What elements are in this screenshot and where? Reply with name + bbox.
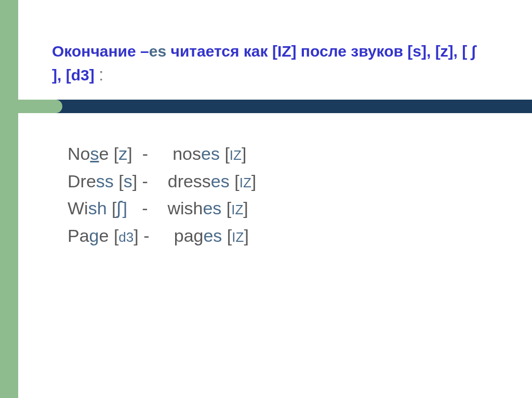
word-highlight: ss — [96, 171, 114, 191]
word-highlight: s — [90, 144, 99, 163]
sound-close: ] — [127, 144, 132, 163]
sound-close: ] — [132, 171, 137, 191]
sound-open: [ — [114, 171, 124, 191]
plural-sound-open: [ — [230, 171, 240, 191]
separator: - — [132, 144, 172, 163]
plural-suffix: es — [211, 171, 230, 191]
word-pre: Wi — [68, 198, 88, 218]
plural-suffix: es — [201, 144, 220, 163]
separator: - — [139, 226, 174, 245]
plural-sound: IZ — [231, 202, 243, 217]
plural-sound-open: [ — [222, 226, 232, 245]
word-post: e — [99, 144, 109, 163]
plural-sound-open: [ — [220, 144, 230, 163]
plural-pre: wish — [167, 198, 203, 218]
sound: s — [124, 171, 132, 191]
sound: d3 — [118, 229, 134, 245]
plural-pre: nos — [172, 144, 201, 163]
sound-close: ] — [134, 226, 138, 245]
sidebar-accent — [0, 0, 18, 398]
content-body: Nose [z] - noses [IZ] Dress [s] - dresse… — [68, 140, 256, 250]
word-pre: Dre — [68, 171, 96, 191]
word-highlight: g — [89, 226, 99, 245]
word-highlight: sh — [88, 198, 107, 218]
sound: z — [118, 144, 127, 163]
separator: - — [127, 198, 167, 218]
sound: ʃ] — [116, 198, 127, 218]
word-pre: Pa — [68, 226, 89, 245]
plural-sound-close: ] — [243, 198, 248, 218]
plural-sound: IZ — [230, 147, 242, 163]
separator: - — [137, 171, 168, 191]
accent-bar-navy — [51, 100, 532, 113]
title-colon: : — [99, 64, 103, 84]
title-es: es — [149, 43, 166, 60]
accent-bar — [0, 100, 532, 113]
title-part1: Окончание — [52, 43, 140, 60]
plural-suffix: es — [203, 198, 221, 218]
word-pre: No — [68, 144, 90, 163]
sound-open: [ — [109, 144, 118, 163]
example-row: Page [d3] - pages [IZ] — [68, 222, 256, 250]
plural-sound-close: ] — [244, 226, 248, 245]
word-post: e — [99, 226, 109, 245]
plural-sound-close: ] — [251, 171, 256, 191]
plural-pre: dress — [168, 171, 211, 191]
example-row: Dress [s] - dresses [IZ] — [68, 168, 256, 195]
title-dash: – — [140, 43, 149, 60]
plural-sound-close: ] — [242, 144, 246, 163]
plural-sound: IZ — [232, 229, 244, 245]
sound-open: [ — [109, 226, 118, 245]
sound-open: [ — [107, 198, 117, 218]
plural-sound-open: [ — [221, 198, 231, 218]
example-row: Nose [z] - noses [IZ] — [68, 140, 256, 168]
slide-title: Окончание –es читается как [IZ] после зв… — [52, 40, 488, 87]
example-row: Wish [ʃ] - wishes [IZ] — [68, 195, 256, 222]
accent-bar-green — [0, 100, 62, 113]
slide: Окончание –es читается как [IZ] после зв… — [0, 0, 532, 398]
plural-sound: IZ — [240, 175, 251, 190]
plural-suffix: es — [203, 226, 222, 245]
plural-pre: pag — [174, 226, 204, 245]
